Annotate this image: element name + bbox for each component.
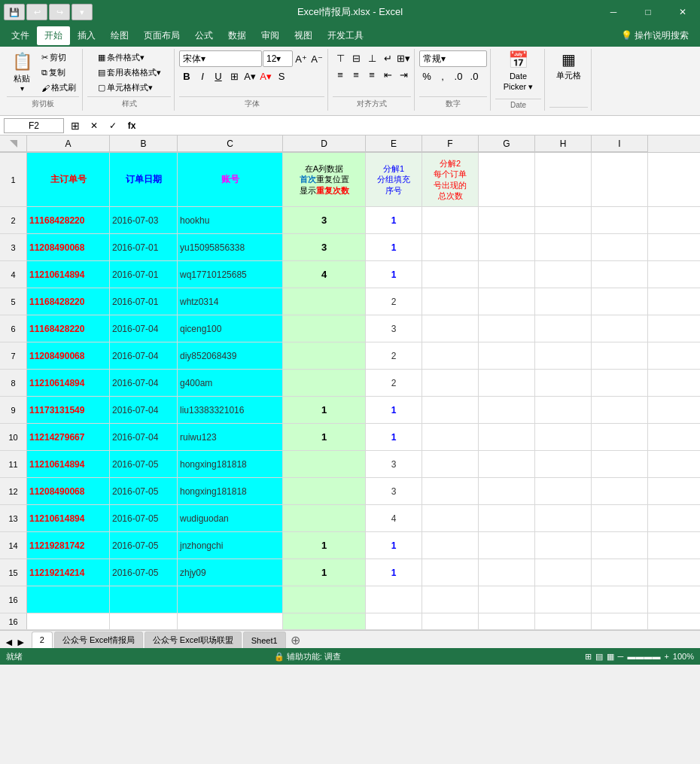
cell-e9[interactable]: 1 (366, 397, 422, 423)
cell-d11[interactable] (283, 451, 366, 477)
row-header-3[interactable]: 3 (0, 234, 27, 260)
cell-h7[interactable] (535, 342, 592, 369)
cell-f10[interactable] (422, 424, 479, 450)
menu-home[interactable]: 开始 (37, 26, 70, 45)
cell-h13[interactable] (535, 505, 592, 531)
cell-d16[interactable] (283, 586, 366, 613)
cell-i11[interactable] (592, 451, 648, 477)
cell-h6[interactable] (535, 315, 592, 342)
cell-g14[interactable] (479, 532, 535, 559)
cell-b11[interactable]: 2016-07-05 (110, 451, 178, 477)
cell-h5[interactable] (535, 288, 592, 315)
cell-c5[interactable]: whtz0314 (178, 288, 283, 315)
cell-g3[interactable] (479, 234, 535, 260)
cell-g2[interactable] (479, 207, 535, 233)
cell-i4[interactable] (592, 261, 648, 288)
cell-c1[interactable]: 账号 (178, 153, 283, 206)
col-header-e[interactable]: E (366, 135, 422, 152)
cell-d9[interactable]: 1 (283, 397, 366, 423)
cell-h1[interactable] (535, 153, 592, 206)
strikethrough-button[interactable]: S (274, 68, 289, 84)
cell-g16[interactable] (479, 586, 535, 613)
align-right-btn[interactable]: ≡ (364, 67, 379, 82)
cell-i15[interactable] (592, 559, 648, 586)
cell-h9[interactable] (535, 397, 592, 423)
row-header-5[interactable]: 5 (0, 288, 27, 315)
cell-style-button[interactable]: ▢ 单元格样式▾ (95, 81, 156, 95)
cell-f7[interactable] (422, 342, 479, 369)
cell-g8[interactable] (479, 370, 535, 396)
cell-d8[interactable] (283, 370, 366, 396)
cell-b8[interactable]: 2016-07-04 (110, 370, 178, 396)
cell-f9[interactable] (422, 397, 479, 423)
col-header-d[interactable]: D (283, 135, 366, 152)
normal-view-btn[interactable]: ⊞ (585, 652, 592, 662)
cell-e11[interactable]: 3 (366, 451, 422, 477)
cell-f14[interactable] (422, 532, 479, 559)
cell-g13[interactable] (479, 505, 535, 531)
cell-i14[interactable] (592, 532, 648, 559)
cell-i6[interactable] (592, 315, 648, 342)
cell-c15[interactable]: zhjy09 (178, 559, 283, 586)
align-left-btn[interactable]: ≡ (333, 67, 348, 82)
cell-d13[interactable] (283, 505, 366, 531)
col-header-f[interactable]: F (422, 135, 479, 152)
cell-i5[interactable] (592, 288, 648, 315)
menu-data[interactable]: 数据 (221, 26, 254, 45)
menu-formula[interactable]: 公式 (187, 26, 221, 45)
cell-g6[interactable] (479, 315, 535, 342)
cell-i1[interactable] (592, 153, 648, 206)
cell-i7[interactable] (592, 342, 648, 369)
zoom-slider[interactable]: ▬▬▬▬ (627, 652, 660, 661)
cell-g11[interactable] (479, 451, 535, 477)
formula-input[interactable] (143, 118, 696, 133)
cell-b4[interactable]: 2016-07-01 (110, 261, 178, 288)
cell-g7[interactable] (479, 342, 535, 369)
cell-h3[interactable] (535, 234, 592, 260)
sheet-nav-next[interactable]: ► (16, 636, 26, 648)
cell-b14[interactable]: 2016-07-05 (110, 532, 178, 559)
cell-d5[interactable] (283, 288, 366, 315)
row-header-2[interactable]: 2 (0, 207, 27, 233)
cell-e13[interactable]: 4 (366, 505, 422, 531)
copy-button[interactable]: ⧉复制 (38, 65, 79, 80)
cancel-formula-btn[interactable]: ✕ (87, 118, 102, 133)
row-header-8[interactable]: 8 (0, 370, 27, 396)
cell-h4[interactable] (535, 261, 592, 288)
menu-file[interactable]: 文件 (4, 26, 37, 45)
cell-a16[interactable] (27, 613, 110, 629)
cell-i16[interactable] (592, 613, 648, 629)
cell-f12[interactable] (422, 478, 479, 504)
cell-b10[interactable]: 2016-07-04 (110, 424, 178, 450)
cell-c4[interactable]: wq17710125685 (178, 261, 283, 288)
cell-a8[interactable]: 11210614894 (27, 370, 110, 396)
cell-e14[interactable]: 1 (366, 532, 422, 559)
dec-dec-btn[interactable]: .0 (467, 68, 482, 84)
cell-d2[interactable]: 3 (283, 207, 366, 233)
cell-e7[interactable]: 2 (366, 342, 422, 369)
align-top-btn[interactable]: ⊤ (333, 50, 348, 65)
cell-a6[interactable]: 11168428220 (27, 315, 110, 342)
select-all-corner[interactable] (0, 135, 27, 152)
cell-g10[interactable] (479, 424, 535, 450)
cell-a10[interactable]: 11214279667 (27, 424, 110, 450)
cell-reference-input[interactable] (4, 118, 64, 133)
cell-h16[interactable] (535, 586, 592, 613)
align-bottom-btn[interactable]: ⊥ (364, 50, 379, 65)
cell-h12[interactable] (535, 478, 592, 504)
sheet-tab-excel-zhichang[interactable]: 公众号 Excel职场联盟 (145, 632, 242, 648)
row-header-10[interactable]: 10 (0, 424, 27, 450)
cell-g12[interactable] (479, 478, 535, 504)
cell-d15[interactable]: 1 (283, 559, 366, 586)
font-color-button[interactable]: A▾ (258, 68, 273, 84)
cell-g16[interactable] (479, 613, 535, 629)
col-header-g[interactable]: G (479, 135, 535, 152)
cell-e5[interactable]: 2 (366, 288, 422, 315)
menu-draw[interactable]: 绘图 (103, 26, 136, 45)
cell-i16[interactable] (592, 586, 648, 613)
cell-c3[interactable]: yu15095856338 (178, 234, 283, 260)
cell-b2[interactable]: 2016-07-03 (110, 207, 178, 233)
cell-e8[interactable]: 2 (366, 370, 422, 396)
cell-e6[interactable]: 3 (366, 315, 422, 342)
cell-b13[interactable]: 2016-07-05 (110, 505, 178, 531)
